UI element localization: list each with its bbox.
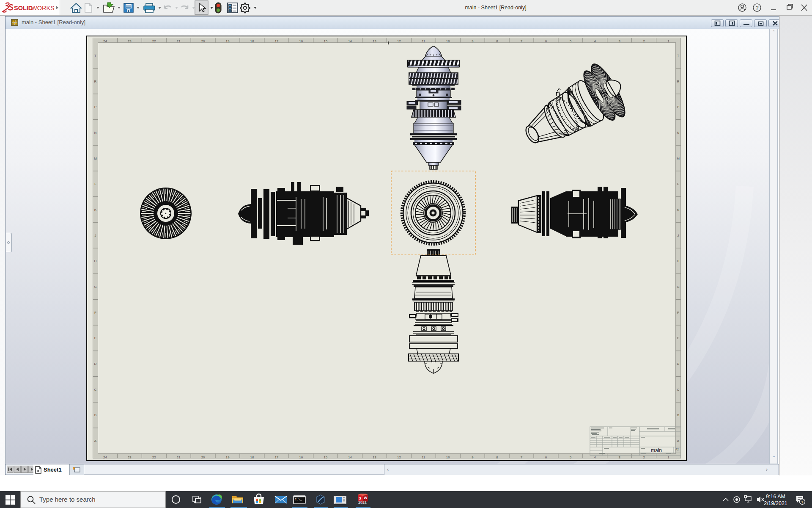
svg-text:A2: A2: [675, 448, 679, 451]
svg-text:6: 6: [545, 39, 547, 43]
svg-text:10: 10: [446, 456, 450, 459]
svg-text:F: F: [94, 311, 96, 315]
svg-text:24: 24: [103, 39, 107, 43]
svg-text:21: 21: [177, 456, 181, 459]
svg-text:9: 9: [472, 39, 474, 43]
svg-text:J: J: [678, 234, 679, 237]
svg-text:E: E: [677, 336, 679, 340]
svg-text:20: 20: [201, 39, 205, 43]
svg-text:22: 22: [152, 39, 156, 43]
svg-text:P: P: [94, 105, 96, 109]
svg-text:6: 6: [545, 456, 547, 459]
svg-text:B: B: [677, 413, 679, 417]
svg-text:L: L: [94, 182, 96, 186]
svg-text:R: R: [94, 80, 97, 83]
svg-text:5: 5: [570, 456, 572, 459]
svg-text:7: 7: [521, 456, 523, 459]
svg-text:5: 5: [570, 39, 572, 43]
svg-text:G: G: [677, 285, 679, 289]
svg-text:2: 2: [643, 39, 645, 43]
svg-text:J: J: [95, 234, 96, 237]
svg-text:22: 22: [152, 456, 156, 459]
svg-text:N: N: [94, 131, 97, 135]
svg-text:K: K: [677, 208, 680, 212]
svg-text:12: 12: [397, 456, 401, 459]
svg-text:K: K: [94, 208, 97, 212]
svg-text:16: 16: [299, 39, 303, 43]
svg-text:A: A: [94, 439, 97, 443]
svg-text:H: H: [677, 259, 680, 263]
svg-text:B: B: [94, 413, 96, 417]
svg-text:8: 8: [496, 39, 498, 43]
svg-text:4: 4: [594, 456, 596, 459]
svg-text:12: 12: [397, 39, 401, 43]
svg-text:14: 14: [348, 456, 352, 459]
svg-text:8: 8: [496, 456, 498, 459]
svg-text:G: G: [94, 285, 96, 289]
svg-text:11: 11: [422, 39, 425, 43]
svg-text:D: D: [677, 362, 680, 366]
svg-text:A: A: [677, 439, 680, 443]
svg-text:4: 4: [594, 39, 596, 43]
svg-text:23: 23: [128, 456, 132, 459]
svg-text:11: 11: [422, 456, 425, 459]
svg-text:21: 21: [177, 39, 181, 43]
svg-text:T: T: [94, 54, 96, 58]
svg-text:main: main: [651, 447, 662, 453]
svg-text:L: L: [677, 182, 679, 186]
svg-text:7: 7: [521, 39, 523, 43]
svg-text:N: N: [677, 131, 680, 135]
svg-text:24: 24: [103, 456, 107, 459]
svg-text:1: 1: [667, 456, 669, 459]
svg-text:9: 9: [472, 456, 474, 459]
svg-text:M: M: [94, 157, 97, 160]
svg-text:3: 3: [618, 456, 620, 459]
svg-text:E: E: [94, 336, 96, 340]
svg-text:17: 17: [274, 456, 278, 459]
svg-text:18: 18: [250, 456, 254, 459]
svg-text:14: 14: [348, 39, 352, 43]
svg-text:1: 1: [667, 39, 669, 43]
svg-text:19: 19: [226, 456, 230, 459]
svg-text:M: M: [677, 157, 680, 160]
svg-text:C: C: [677, 388, 680, 392]
svg-text:15: 15: [324, 456, 327, 459]
svg-text:20: 20: [201, 456, 205, 459]
svg-text:3: 3: [618, 39, 620, 43]
svg-text:10: 10: [446, 39, 450, 43]
svg-text:17: 17: [274, 39, 278, 43]
svg-text:13: 13: [373, 39, 376, 43]
svg-text:16: 16: [299, 456, 303, 459]
svg-text:C: C: [94, 388, 97, 392]
svg-text:2: 2: [643, 456, 645, 459]
svg-text:P: P: [677, 105, 679, 109]
svg-text:T: T: [677, 54, 679, 58]
svg-text:18: 18: [250, 39, 254, 43]
svg-text:13: 13: [373, 456, 376, 459]
svg-text:R: R: [677, 80, 680, 83]
svg-text:15: 15: [324, 39, 327, 43]
svg-text:23: 23: [128, 39, 132, 43]
svg-text:H: H: [94, 259, 97, 263]
svg-text:19: 19: [226, 39, 230, 43]
svg-text:F: F: [677, 311, 679, 315]
svg-text:D: D: [94, 362, 97, 366]
